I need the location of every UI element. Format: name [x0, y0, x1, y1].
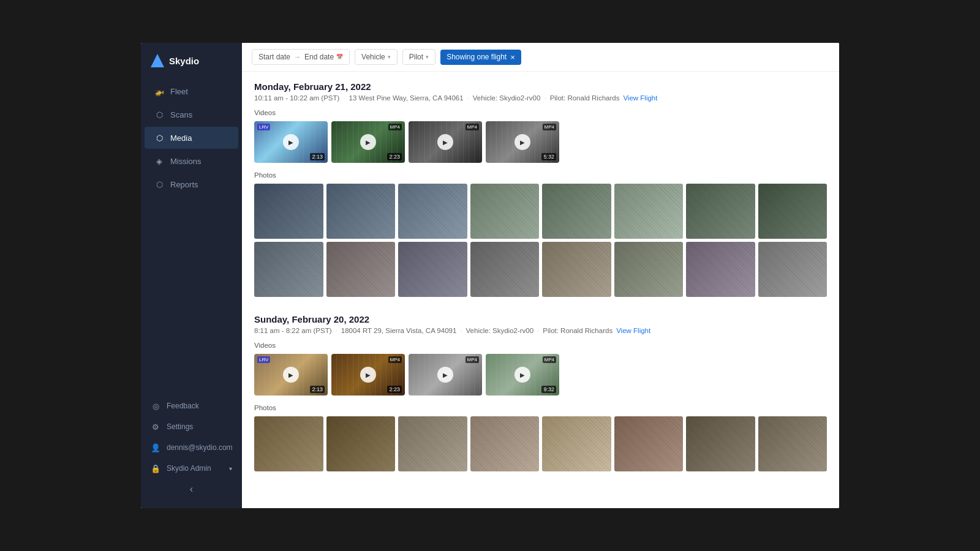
- photo-thumbnail[interactable]: [254, 416, 323, 471]
- video-duration: 2:23: [387, 386, 402, 393]
- flight-pilot: Pilot: Ronald Richards: [550, 94, 620, 102]
- feedback-item[interactable]: ◎ Feedback: [141, 395, 242, 416]
- separator: ·: [467, 94, 469, 102]
- videos-row: ▶ LRV 2:13 ▶ MP4 2:23 ▶ MP4 ▶: [254, 354, 827, 395]
- photos-grid: [254, 184, 827, 297]
- flight-time: 8:11 am - 8:22 am (PST): [254, 327, 332, 334]
- videos-label: Videos: [254, 342, 827, 349]
- settings-icon: ⚙: [151, 422, 160, 432]
- fleet-icon: 🚁: [154, 86, 164, 96]
- video-duration: 2:13: [310, 386, 325, 393]
- remove-filter-button[interactable]: ×: [510, 53, 515, 62]
- photo-thumbnail[interactable]: [254, 242, 323, 297]
- videos-label: Videos: [254, 109, 827, 116]
- sidebar-item-fleet[interactable]: 🚁 Fleet: [145, 80, 238, 102]
- flights-content: Monday, February 21, 2022 10:11 am - 10:…: [242, 72, 839, 508]
- video-duration: 9:32: [541, 386, 556, 393]
- photo-thumbnail[interactable]: [686, 184, 755, 239]
- flight-date: Monday, February 21, 2022: [254, 81, 827, 92]
- play-button[interactable]: ▶: [514, 367, 530, 383]
- photo-thumbnail[interactable]: [758, 184, 827, 239]
- format-badge: MP4: [388, 356, 402, 363]
- photo-thumbnail[interactable]: [470, 242, 540, 297]
- video-thumbnail[interactable]: ▶ MP4 5:32: [486, 121, 559, 163]
- user-item[interactable]: 👤 dennis@skydio.com: [141, 437, 242, 458]
- photo-thumbnail[interactable]: [398, 416, 467, 471]
- photo-thumbnail[interactable]: [398, 242, 467, 297]
- video-thumbnail[interactable]: ▶ MP4 2:23: [331, 121, 405, 163]
- photo-thumbnail[interactable]: [326, 242, 396, 297]
- play-button[interactable]: ▶: [437, 367, 453, 383]
- photo-thumbnail[interactable]: [614, 184, 684, 239]
- play-button[interactable]: ▶: [514, 134, 530, 150]
- sidebar-item-scans[interactable]: ⬡ Scans: [145, 103, 238, 126]
- sidebar-item-label: Missions: [170, 157, 202, 166]
- view-flight-link[interactable]: View Flight: [623, 94, 657, 102]
- photo-thumbnail[interactable]: [326, 184, 396, 239]
- video-thumbnail[interactable]: ▶ MP4 2:23: [331, 354, 405, 395]
- pilot-filter[interactable]: Pilot ▾: [402, 49, 435, 65]
- photos-label: Photos: [254, 404, 827, 411]
- chevron-down-icon: ▾: [388, 54, 391, 60]
- video-duration: 5:32: [541, 153, 556, 160]
- sidebar-bottom: ◎ Feedback ⚙ Settings 👤 dennis@skydio.co…: [141, 393, 242, 502]
- flight-location: 13 West Pine Way, Sierra, CA 94061: [349, 94, 464, 102]
- start-date-filter[interactable]: Start date → End date 📅: [252, 49, 350, 65]
- photo-thumbnail[interactable]: [614, 416, 684, 471]
- photos-label: Photos: [254, 171, 827, 179]
- photo-thumbnail[interactable]: [758, 416, 827, 471]
- videos-row: ▶ LRV 2:13 ▶ MP4 2:23 ▶ MP4 ▶: [254, 121, 827, 163]
- sidebar-item-media[interactable]: ⬡ Media: [145, 127, 238, 149]
- photo-thumbnail[interactable]: [758, 242, 827, 297]
- sidebar-item-label: Reports: [170, 180, 198, 189]
- video-thumbnail[interactable]: ▶ LRV 2:13: [254, 354, 328, 395]
- photo-thumbnail[interactable]: [542, 184, 611, 239]
- collapse-button[interactable]: ‹: [141, 479, 242, 500]
- calendar-icon: 📅: [336, 54, 343, 60]
- app-name: Skydio: [169, 56, 199, 66]
- photo-thumbnail[interactable]: [542, 242, 611, 297]
- photo-thumbnail[interactable]: [326, 416, 396, 471]
- settings-item[interactable]: ⚙ Settings: [141, 416, 242, 437]
- scans-icon: ⬡: [154, 110, 164, 119]
- photo-thumbnail[interactable]: [470, 416, 540, 471]
- vehicle-filter[interactable]: Vehicle ▾: [355, 49, 398, 65]
- photo-thumbnail[interactable]: [686, 416, 755, 471]
- photo-thumbnail[interactable]: [614, 242, 684, 297]
- flight-pilot: Pilot: Ronald Richards: [543, 327, 612, 334]
- photo-thumbnail[interactable]: [686, 242, 755, 297]
- sidebar-item-reports[interactable]: ⬡ Reports: [145, 173, 238, 195]
- feedback-label: Feedback: [167, 402, 199, 410]
- view-flight-link[interactable]: View Flight: [616, 327, 650, 334]
- video-thumbnail[interactable]: ▶ MP4 9:32: [486, 354, 559, 395]
- play-button[interactable]: ▶: [283, 367, 299, 383]
- active-filter-badge[interactable]: Showing one flight ×: [440, 50, 521, 65]
- flight-location: 18004 RT 29, Sierra Vista, CA 94091: [341, 327, 457, 334]
- toolbar: Start date → End date 📅 Vehicle ▾ Pilot …: [242, 43, 839, 72]
- flight-date: Sunday, February 20, 2022: [254, 314, 827, 324]
- app-logo[interactable]: Skydio: [141, 43, 242, 80]
- sidebar-item-label: Scans: [170, 110, 192, 119]
- sidebar-item-missions[interactable]: ◈ Missions: [145, 150, 238, 172]
- photo-thumbnail[interactable]: [398, 184, 467, 239]
- play-button[interactable]: ▶: [437, 134, 453, 150]
- flight-meta: 10:11 am - 10:22 am (PST) · 13 West Pine…: [254, 94, 827, 102]
- play-button[interactable]: ▶: [360, 367, 376, 383]
- video-duration: 2:23: [387, 153, 402, 160]
- photo-thumbnail[interactable]: [254, 184, 323, 239]
- video-thumbnail[interactable]: ▶ LRV 2:13: [254, 121, 328, 163]
- video-duration: 2:13: [310, 153, 325, 160]
- photo-thumbnail[interactable]: [542, 416, 611, 471]
- photo-thumbnail[interactable]: [470, 184, 540, 239]
- main-content: Start date → End date 📅 Vehicle ▾ Pilot …: [242, 43, 839, 508]
- play-button[interactable]: ▶: [283, 134, 299, 150]
- play-button[interactable]: ▶: [360, 134, 376, 150]
- admin-chevron: ▾: [229, 465, 232, 472]
- admin-label: Skydio Admin: [167, 464, 211, 473]
- video-thumbnail[interactable]: ▶ MP4: [409, 121, 482, 163]
- video-thumbnail[interactable]: ▶ MP4: [409, 354, 482, 395]
- separator: ·: [544, 94, 546, 102]
- admin-item[interactable]: 🔒 Skydio Admin ▾: [141, 458, 242, 479]
- nav-items: 🚁 Fleet ⬡ Scans ⬡ Media ◈ Missions ⬡ Rep…: [141, 80, 242, 393]
- flight-meta: 8:11 am - 8:22 am (PST) · 18004 RT 29, S…: [254, 327, 827, 334]
